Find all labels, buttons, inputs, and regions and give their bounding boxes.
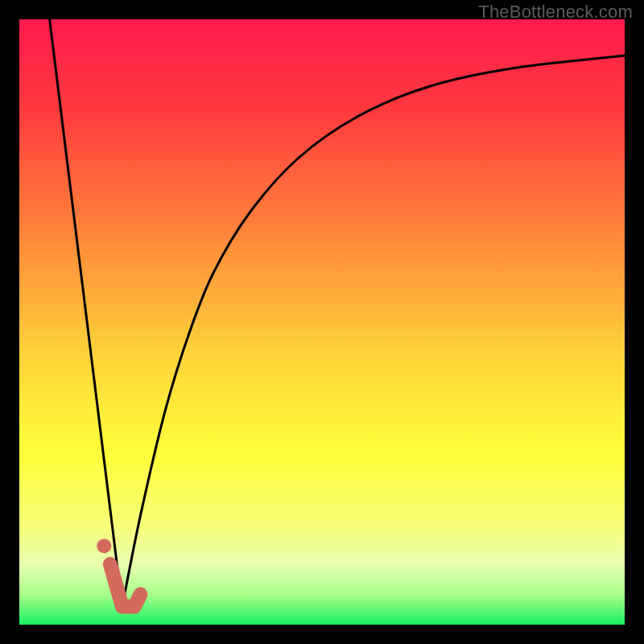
chart-container: TheBottleneck.com <box>0 0 644 644</box>
gradient-background <box>19 19 625 625</box>
chart-svg <box>19 19 625 625</box>
marker-dot-icon <box>97 539 111 553</box>
plot-area <box>19 19 625 625</box>
